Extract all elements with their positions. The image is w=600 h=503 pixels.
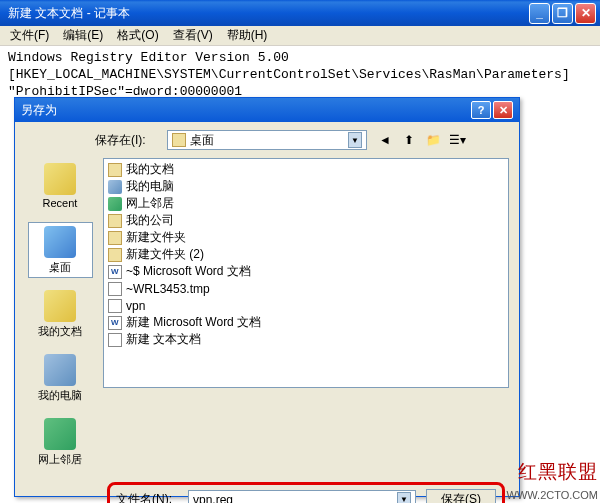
filename-label: 文件名(N): xyxy=(116,491,188,503)
text-icon xyxy=(108,333,122,347)
folder-icon xyxy=(108,214,122,228)
list-item[interactable]: ~$ Microsoft Word 文档 xyxy=(106,263,506,280)
chevron-down-icon: ▼ xyxy=(397,492,411,504)
dialog-help-button[interactable]: ? xyxy=(471,101,491,119)
dialog-close-button[interactable]: ✕ xyxy=(493,101,513,119)
list-item[interactable]: 我的文档 xyxy=(106,161,506,178)
sidebar-item-label: 我的电脑 xyxy=(38,388,82,403)
maximize-button[interactable]: ❐ xyxy=(552,3,573,24)
computer-icon xyxy=(108,180,122,194)
list-item[interactable]: 新建 文本文档 xyxy=(106,331,506,348)
save-in-label: 保存在(I): xyxy=(95,132,167,149)
file-icon xyxy=(108,282,122,296)
close-button[interactable]: ✕ xyxy=(575,3,596,24)
file-list[interactable]: 我的文档 我的电脑 网上邻居 我的公司 新建文件夹 新建文件夹 (2) ~$ M… xyxy=(103,158,509,388)
sidebar-item-desktop[interactable]: 桌面 xyxy=(28,222,93,278)
list-item[interactable]: 网上邻居 xyxy=(106,195,506,212)
watermark-url: WWW.2CTO.COM xyxy=(507,489,598,501)
sidebar-item-label: Recent xyxy=(43,197,78,209)
sidebar-item-documents[interactable]: 我的文档 xyxy=(28,286,93,342)
documents-icon xyxy=(44,290,76,322)
dialog-titlebar: 另存为 ? ✕ xyxy=(15,98,519,122)
list-item[interactable]: ~WRL3453.tmp xyxy=(106,280,506,297)
minimize-button[interactable]: _ xyxy=(529,3,550,24)
file-icon xyxy=(108,299,122,313)
list-item[interactable]: 新建文件夹 (2) xyxy=(106,246,506,263)
editor-content[interactable]: Windows Registry Editor Version 5.00 [HK… xyxy=(0,46,600,105)
word-icon xyxy=(108,265,122,279)
filename-input[interactable]: vpn.reg ▼ xyxy=(188,490,416,504)
chevron-down-icon: ▼ xyxy=(348,132,362,148)
dialog-title: 另存为 xyxy=(21,102,469,119)
sidebar-item-recent[interactable]: Recent xyxy=(28,158,93,214)
save-as-dialog: 另存为 ? ✕ 保存在(I): 桌面 ▼ ◄ ⬆ 📁 ☰▾ Recent xyxy=(14,97,520,497)
word-icon xyxy=(108,316,122,330)
up-button[interactable]: ⬆ xyxy=(399,130,419,150)
view-menu-button[interactable]: ☰▾ xyxy=(447,130,467,150)
highlight-box: 文件名(N): vpn.reg ▼ 保存(S) 保存类型(T): 所有文件 ▼ … xyxy=(107,482,505,503)
menu-help[interactable]: 帮助(H) xyxy=(221,25,274,46)
sidebar-item-label: 我的文档 xyxy=(38,324,82,339)
window-title: 新建 文本文档 - 记事本 xyxy=(4,5,529,22)
recent-icon xyxy=(44,163,76,195)
computer-icon xyxy=(44,354,76,386)
list-item[interactable]: 我的公司 xyxy=(106,212,506,229)
sidebar-item-computer[interactable]: 我的电脑 xyxy=(28,350,93,406)
save-button[interactable]: 保存(S) xyxy=(426,489,496,503)
sidebar-item-label: 网上邻居 xyxy=(38,452,82,467)
menu-file[interactable]: 文件(F) xyxy=(4,25,55,46)
menu-format[interactable]: 格式(O) xyxy=(111,25,164,46)
list-item[interactable]: 我的电脑 xyxy=(106,178,506,195)
desktop-icon xyxy=(44,226,76,258)
network-icon xyxy=(44,418,76,450)
new-folder-button[interactable]: 📁 xyxy=(423,130,443,150)
places-sidebar: Recent 桌面 我的文档 我的电脑 网上邻居 xyxy=(25,158,95,470)
folder-icon xyxy=(108,163,122,177)
desktop-icon xyxy=(172,133,186,147)
back-button[interactable]: ◄ xyxy=(375,130,395,150)
sidebar-item-network[interactable]: 网上邻居 xyxy=(28,414,93,470)
window-buttons: _ ❐ ✕ xyxy=(529,3,596,24)
list-item[interactable]: 新建 Microsoft Word 文档 xyxy=(106,314,506,331)
menu-view[interactable]: 查看(V) xyxy=(167,25,219,46)
window-titlebar: 新建 文本文档 - 记事本 _ ❐ ✕ xyxy=(0,0,600,26)
menubar: 文件(F) 编辑(E) 格式(O) 查看(V) 帮助(H) xyxy=(0,26,600,46)
menu-edit[interactable]: 编辑(E) xyxy=(57,25,109,46)
list-item[interactable]: 新建文件夹 xyxy=(106,229,506,246)
folder-icon xyxy=(108,231,122,245)
filename-value: vpn.reg xyxy=(193,493,233,504)
save-in-combo[interactable]: 桌面 ▼ xyxy=(167,130,367,150)
sidebar-item-label: 桌面 xyxy=(49,260,71,275)
save-in-value: 桌面 xyxy=(190,132,348,149)
network-icon xyxy=(108,197,122,211)
watermark-text: 红黑联盟 xyxy=(518,459,598,485)
folder-icon xyxy=(108,248,122,262)
list-item[interactable]: vpn xyxy=(106,297,506,314)
